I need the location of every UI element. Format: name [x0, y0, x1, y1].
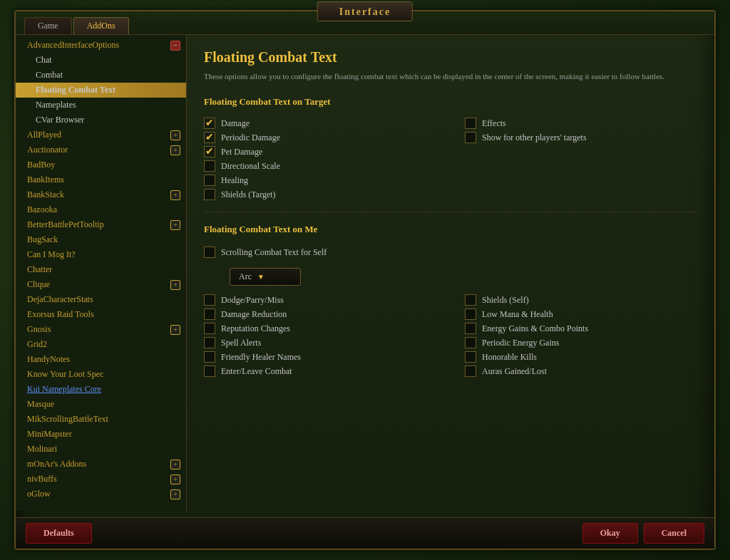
- sidebar-item-label: Kui Nameplates Core: [27, 384, 101, 395]
- expand-icon-gnosis[interactable]: +: [170, 325, 180, 335]
- expand-icon-bankstack[interactable]: +: [170, 190, 180, 200]
- checkbox-energy-gains-combo-points[interactable]: [465, 323, 476, 334]
- sidebar-item-exorsus-raid-tools[interactable]: Exorsus Raid Tools: [16, 307, 186, 322]
- option-reputation-changes[interactable]: Reputation Changes: [204, 321, 436, 336]
- section2-col2: Shields (Self)Low Mana & HealthEnergy Ga…: [465, 293, 697, 378]
- option-shields-target[interactable]: Shields (Target): [204, 187, 436, 202]
- checkbox-shields-target[interactable]: [204, 189, 215, 200]
- checkbox-directional-scale[interactable]: [204, 160, 215, 172]
- option-enter-leave-combat[interactable]: Enter/Leave Combat: [204, 364, 436, 378]
- checkbox-low-mana-health[interactable]: [465, 308, 476, 320]
- checkbox-scrolling-combat-text-for-self[interactable]: [204, 247, 215, 258]
- sidebar-item-combat[interactable]: Combat: [16, 68, 186, 83]
- option-scrolling-combat-text-for-self[interactable]: Scrolling Combat Text for Self: [204, 245, 327, 259]
- sidebar-item-bugsack[interactable]: BugSack: [16, 232, 186, 247]
- checkbox-periodic-damage[interactable]: ✔: [204, 132, 215, 143]
- option-auras-gained-lost[interactable]: Auras Gained/Lost: [465, 364, 697, 378]
- expand-icon-clique[interactable]: +: [170, 280, 180, 290]
- sidebar[interactable]: AdvancedInterfaceOptions−ChatCombatFloat…: [16, 35, 187, 511]
- sidebar-item-mik-scrolling-battle-text[interactable]: MikScrollingBattleText: [16, 412, 186, 427]
- sidebar-item-advanced-interface-options[interactable]: AdvancedInterfaceOptions−: [16, 38, 186, 53]
- expand-icon-auctionator[interactable]: +: [170, 145, 180, 155]
- checkbox-healing[interactable]: [204, 175, 215, 186]
- expand-icon-allplayed[interactable]: +: [170, 130, 180, 140]
- sidebar-item-nivbuffs[interactable]: nivBuffs+: [16, 472, 186, 487]
- checkbox-periodic-energy-gains[interactable]: [465, 337, 476, 348]
- expand-icon-nivbuffs[interactable]: +: [170, 475, 180, 484]
- option-energy-gains-combo-points[interactable]: Energy Gains & Combo Points: [465, 321, 697, 336]
- sidebar-item-nameplates[interactable]: Nameplates: [16, 98, 186, 113]
- option-shields-self[interactable]: Shields (Self): [465, 293, 697, 307]
- checkbox-damage-reduction[interactable]: [204, 308, 215, 320]
- sidebar-item-clique[interactable]: Clique+: [16, 277, 186, 292]
- sidebar-item-bazooka[interactable]: Bazooka: [16, 202, 186, 217]
- checkbox-friendly-healer-names[interactable]: [204, 351, 215, 363]
- tab-addons[interactable]: AddOns: [73, 17, 129, 34]
- checkbox-damage[interactable]: ✔: [204, 118, 215, 129]
- sidebar-item-label: CVar Browser: [36, 115, 84, 125]
- option-label-scrolling-combat-text-for-self: Scrolling Combat Text for Self: [221, 247, 327, 258]
- checkbox-shields-self[interactable]: [465, 294, 476, 306]
- content-area: AdvancedInterfaceOptions−ChatCombatFloat…: [16, 35, 714, 511]
- option-damage[interactable]: ✔Damage: [204, 116, 436, 130]
- okay-button[interactable]: Okay: [582, 523, 638, 544]
- checkbox-effects[interactable]: [465, 118, 476, 129]
- option-healing[interactable]: Healing: [204, 173, 436, 187]
- sidebar-item-betterbattlepettooltip[interactable]: BetterBattlePetTooltip+: [16, 217, 186, 232]
- checkbox-honorable-kills[interactable]: [465, 351, 476, 363]
- option-periodic-energy-gains[interactable]: Periodic Energy Gains: [465, 336, 697, 350]
- sidebar-item-minimapster[interactable]: MiniMapster: [16, 427, 186, 442]
- defaults-button[interactable]: Defaults: [26, 523, 92, 544]
- option-spell-alerts[interactable]: Spell Alerts: [204, 336, 436, 350]
- sidebar-item-label: BankItems: [27, 175, 64, 185]
- expand-icon-betterbattlepettooltip[interactable]: +: [170, 220, 180, 230]
- sidebar-item-can-i-mog-it[interactable]: Can I Mog It?: [16, 247, 186, 262]
- cancel-button[interactable]: Cancel: [644, 523, 704, 544]
- arc-dropdown[interactable]: Arc ▼: [230, 268, 301, 286]
- checkbox-reputation-changes[interactable]: [204, 323, 215, 334]
- sidebar-item-auctionator[interactable]: Auctionator+: [16, 142, 186, 157]
- checkbox-auras-gained-lost[interactable]: [465, 365, 476, 377]
- option-dodge-parry-miss[interactable]: Dodge/Parry/Miss: [204, 293, 436, 307]
- sidebar-item-molinari[interactable]: Molinari: [16, 442, 186, 457]
- option-periodic-damage[interactable]: ✔Periodic Damage: [204, 130, 436, 145]
- sidebar-item-deja-character-stats[interactable]: DejaCharacterStats: [16, 292, 186, 307]
- sidebar-item-oglow[interactable]: oGlow+: [16, 487, 186, 502]
- sidebar-item-chat[interactable]: Chat: [16, 53, 186, 68]
- tab-game[interactable]: Game: [24, 17, 72, 34]
- expand-icon-monars-addons[interactable]: +: [170, 460, 180, 470]
- checkbox-dodge-parry-miss[interactable]: [204, 294, 215, 306]
- sidebar-item-kui-nameplates-core[interactable]: Kui Nameplates Core: [16, 382, 186, 397]
- sidebar-item-grid2[interactable]: Grid2: [16, 337, 186, 352]
- sidebar-item-allplayed[interactable]: AllPlayed+: [16, 128, 186, 142]
- sidebar-item-bankstack[interactable]: BankStack+: [16, 187, 186, 202]
- sidebar-item-cvar-browser[interactable]: CVar Browser: [16, 113, 186, 128]
- sidebar-item-handynotes[interactable]: HandyNotes: [16, 352, 186, 367]
- sidebar-item-know-your-loot-spec[interactable]: Know Your Loot Spec: [16, 367, 186, 382]
- expand-icon-advanced-interface-options[interactable]: −: [170, 41, 180, 51]
- checkbox-pet-damage[interactable]: ✔: [204, 146, 215, 157]
- expand-icon-oglow[interactable]: +: [170, 489, 180, 499]
- option-show-other-players[interactable]: Show for other players' targets: [465, 130, 697, 145]
- option-damage-reduction[interactable]: Damage Reduction: [204, 307, 436, 321]
- checkbox-spell-alerts[interactable]: [204, 337, 215, 348]
- dropdown-value: Arc: [239, 271, 252, 282]
- checkmark-periodic-damage: ✔: [205, 133, 214, 142]
- sidebar-item-chatter[interactable]: Chatter: [16, 262, 186, 277]
- sidebar-item-masque[interactable]: Masque: [16, 397, 186, 412]
- option-friendly-healer-names[interactable]: Friendly Healer Names: [204, 350, 436, 364]
- sidebar-item-monars-addons[interactable]: mOnAr's Addons+: [16, 457, 186, 472]
- sidebar-item-badboy[interactable]: BadBoy: [16, 157, 186, 172]
- checkbox-enter-leave-combat[interactable]: [204, 365, 215, 377]
- sidebar-item-bankitems[interactable]: BankItems: [16, 172, 186, 187]
- option-scrolling-combat[interactable]: Scrolling Combat Text for Self: [204, 244, 697, 261]
- option-label-damage-reduction: Damage Reduction: [221, 309, 287, 320]
- option-honorable-kills[interactable]: Honorable Kills: [465, 350, 697, 364]
- option-effects[interactable]: Effects: [465, 116, 697, 130]
- sidebar-item-gnosis[interactable]: Gnosis+: [16, 322, 186, 337]
- option-low-mana-health[interactable]: Low Mana & Health: [465, 307, 697, 321]
- option-pet-damage[interactable]: ✔Pet Damage: [204, 145, 436, 159]
- checkbox-show-other-players[interactable]: [465, 132, 476, 143]
- sidebar-item-floating-combat-text[interactable]: Floating Combat Text: [16, 83, 186, 98]
- option-directional-scale[interactable]: Directional Scale: [204, 159, 436, 173]
